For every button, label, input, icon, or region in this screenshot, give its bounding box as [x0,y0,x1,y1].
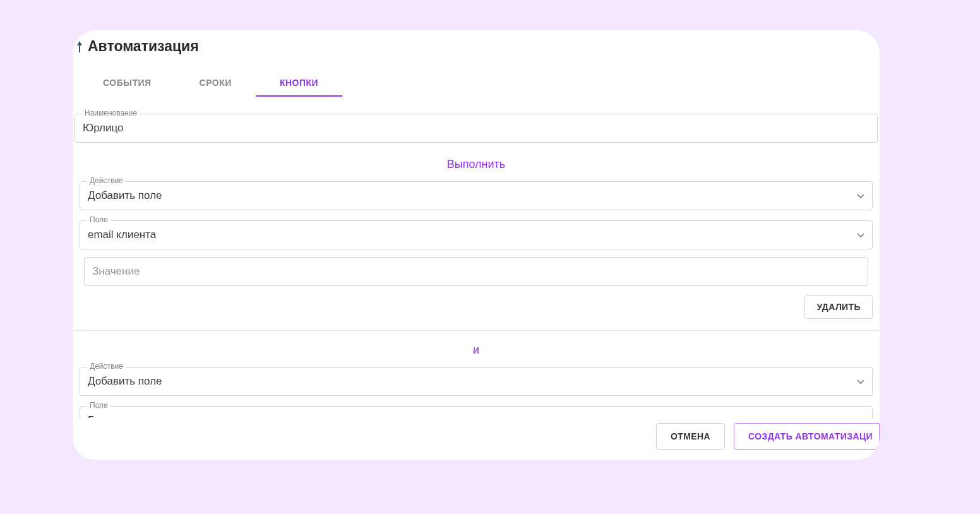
action-select-2-value: Добавить поле [88,375,857,388]
name-field-label: Наименование [81,109,140,117]
value-input-1-wrap [84,257,868,286]
action-block-2: Действие Добавить поле Поле Бюджет [78,367,875,418]
name-input[interactable] [75,114,877,142]
action-select-2-wrap: Действие Добавить поле [80,367,873,396]
field-select-2-wrap: Поле Бюджет [80,406,873,418]
modal-header: Автоматизация [73,30,880,55]
action-block-1: Действие Добавить поле Поле email клиент… [78,181,875,319]
action-select-1-value: Добавить поле [88,189,857,202]
chevron-down-icon [857,376,864,387]
delete-button-1[interactable]: УДАЛИТЬ [804,295,873,319]
cancel-button[interactable]: ОТМЕНА [656,423,725,450]
execute-section-title: Выполнить [73,158,880,171]
modal-footer: ОТМЕНА СОЗДАТЬ АВТОМАТИЗАЦИ [656,423,880,450]
tab-buttons[interactable]: КНОПКИ [256,70,342,97]
chevron-down-icon [857,415,864,418]
chevron-down-icon [857,229,864,241]
chevron-down-icon [857,190,864,201]
action-select-1[interactable]: Добавить поле [80,182,872,210]
automation-icon [76,39,83,54]
create-automation-button[interactable]: СОЗДАТЬ АВТОМАТИЗАЦИ [734,423,880,450]
name-field-wrap: Наименование [75,114,878,143]
action-label-1: Действие [87,176,126,185]
action-select-2[interactable]: Добавить поле [80,368,872,395]
field-label-1: Поле [87,215,111,224]
automation-modal: Автоматизация СОБЫТИЯ СРОКИ КНОПКИ Наиме… [73,30,880,460]
tab-events[interactable]: СОБЫТИЯ [79,70,176,97]
field-select-2[interactable]: Бюджет [80,407,872,418]
field-select-1-wrap: Поле email клиента [80,220,873,249]
field-select-2-value: Бюджет [88,414,857,418]
tabs: СОБЫТИЯ СРОКИ КНОПКИ [73,55,880,97]
value-input-1[interactable] [85,258,868,285]
modal-title: Автоматизация [88,38,199,55]
field-label-2: Поле [87,401,111,410]
form-content: Наименование Выполнить Действие Добавить… [73,102,880,418]
field-select-1-value: email клиента [88,229,857,241]
separator [73,330,880,331]
field-select-1[interactable]: email клиента [80,221,872,249]
action-label-2: Действие [87,362,126,371]
tab-deadlines[interactable]: СРОКИ [176,70,256,97]
action-select-1-wrap: Действие Добавить поле [80,181,873,210]
connector-and: и [73,344,880,357]
